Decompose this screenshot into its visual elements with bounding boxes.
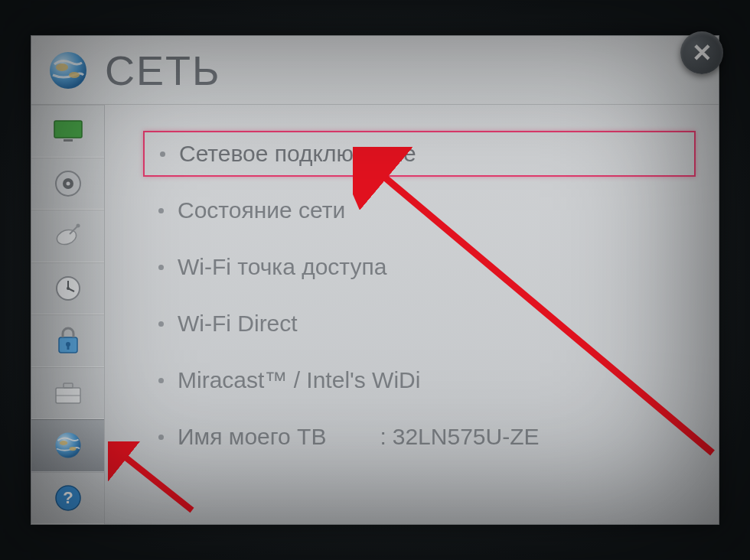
menu-item-label: Miracast™ / Intel's WiDi: [178, 367, 420, 393]
bullet-icon: [158, 321, 164, 327]
panel-body: ? Сетевое подключение Состояние сети Wi-…: [31, 105, 719, 524]
menu-item-label: Имя моего ТВ: [178, 424, 326, 450]
satellite-icon: [53, 220, 83, 251]
menu-content: Сетевое подключение Состояние сети Wi-Fi…: [105, 105, 719, 524]
svg-point-2: [69, 72, 80, 78]
svg-point-23: [69, 447, 76, 451]
settings-panel: СЕТЬ ✕: [31, 35, 719, 525]
svg-rect-3: [54, 121, 82, 138]
briefcase-icon: [53, 380, 83, 406]
menu-item-label: Состояние сети: [178, 197, 345, 223]
svg-point-21: [55, 433, 80, 458]
svg-text:?: ?: [63, 488, 73, 507]
globe-icon: [52, 429, 84, 461]
sidebar-item-network[interactable]: [31, 419, 104, 472]
svg-point-1: [56, 63, 68, 71]
panel-title: СЕТЬ: [105, 47, 220, 94]
bullet-icon: [160, 151, 165, 157]
svg-point-8: [54, 227, 78, 247]
close-button[interactable]: ✕: [680, 31, 723, 74]
lock-icon: [54, 325, 82, 356]
svg-rect-17: [67, 345, 69, 350]
clock-icon: [53, 273, 83, 304]
menu-item-tv-name[interactable]: Имя моего ТВ : 32LN575U-ZE: [143, 414, 696, 460]
bullet-icon: [158, 435, 164, 440]
sidebar-item-time[interactable]: [31, 262, 104, 315]
separator: :: [380, 424, 386, 450]
menu-item-network-status[interactable]: Состояние сети: [143, 187, 696, 233]
speaker-icon: [53, 168, 83, 199]
sidebar-item-sound[interactable]: [31, 158, 104, 210]
svg-point-14: [67, 287, 70, 290]
panel-header: СЕТЬ: [31, 36, 719, 105]
sidebar-item-support[interactable]: ?: [31, 472, 104, 525]
sidebar-item-option[interactable]: [31, 367, 104, 420]
svg-point-10: [76, 224, 80, 228]
sidebar: ?: [31, 105, 105, 524]
menu-item-label: Wi-Fi точка доступа: [178, 254, 386, 280]
menu-item-wifi-direct[interactable]: Wi-Fi Direct: [143, 301, 696, 347]
tv-name-value: 32LN575U-ZE: [393, 424, 540, 450]
menu-item-network-connection[interactable]: Сетевое подключение: [143, 131, 696, 177]
menu-item-label: Wi-Fi Direct: [178, 311, 298, 337]
sidebar-item-lock[interactable]: [31, 314, 104, 367]
menu-item-miracast[interactable]: Miracast™ / Intel's WiDi: [143, 357, 696, 403]
bullet-icon: [158, 265, 164, 270]
svg-rect-19: [64, 383, 73, 388]
sidebar-item-channel[interactable]: [31, 210, 104, 262]
bullet-icon: [158, 378, 164, 383]
help-icon: ?: [53, 483, 83, 513]
svg-point-0: [50, 52, 86, 89]
close-icon: ✕: [692, 38, 712, 67]
bullet-icon: [158, 208, 164, 213]
svg-rect-4: [64, 139, 73, 142]
menu-item-wifi-ap[interactable]: Wi-Fi точка доступа: [143, 244, 696, 290]
sidebar-item-picture[interactable]: [31, 105, 104, 158]
menu-item-label: Сетевое подключение: [179, 141, 416, 167]
svg-point-7: [66, 181, 70, 185]
network-globe-icon: [45, 47, 91, 93]
monitor-icon: [53, 119, 83, 142]
svg-point-22: [59, 441, 67, 445]
